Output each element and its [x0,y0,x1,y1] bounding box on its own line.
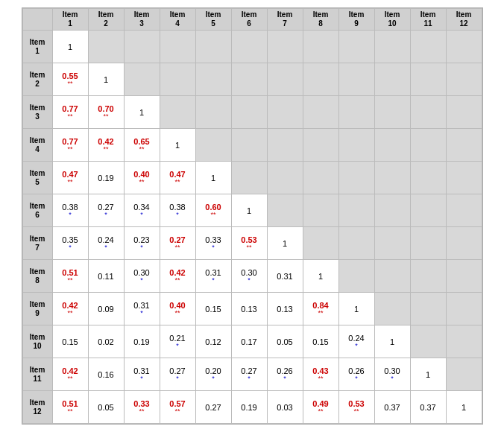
table-row: Item70.35*0.24*0.23*0.27**0.33*0.53**1 [22,227,482,260]
table-row: Item120.51**0.050.33**0.57**0.270.190.03… [22,391,482,424]
cell-r4-c2: 0.42** [88,129,124,162]
cell-r3-c12 [446,96,482,129]
table-row: Item60.38*0.27*0.34*0.38*0.60**1 [22,194,482,227]
cell-r12-c3: 0.33** [124,391,160,424]
col-header-10: Item10 [374,9,410,31]
cell-r5-c5: 1 [195,162,231,194]
row-header-6: Item6 [22,194,52,227]
cell-r4-c11 [410,129,446,162]
cell-r12-c6: 0.19 [231,391,267,424]
cell-r6-c9 [338,194,374,227]
cell-r4-c9 [338,129,374,162]
cell-r11-c5: 0.20* [195,358,231,391]
cell-r10-c6: 0.17 [231,325,267,358]
cell-r5-c3: 0.40** [124,162,160,194]
col-header-8: Item8 [303,9,338,31]
cell-r3-c2: 0.70** [88,96,124,129]
cell-r9-c6: 0.13 [231,293,267,325]
cell-r6-c7 [267,194,303,227]
row-header-11: Item11 [22,358,52,391]
cell-r3-c11 [410,96,446,129]
cell-r7-c7: 1 [267,227,303,260]
cell-r2-c3 [124,63,160,96]
cell-r5-c6 [231,162,267,194]
cell-r11-c6: 0.27* [231,358,267,391]
table-row: Item11 [22,31,482,63]
cell-r7-c1: 0.35* [52,227,88,260]
cell-r7-c4: 0.27** [160,227,195,260]
cell-r3-c5 [195,96,231,129]
cell-r8-c12 [446,260,482,293]
col-header-11: Item11 [410,9,446,31]
row-header-2: Item2 [22,63,52,96]
cell-r10-c2: 0.02 [88,325,124,358]
cell-r7-c12 [446,227,482,260]
cell-r2-c5 [195,63,231,96]
cell-r1-c6 [231,31,267,63]
cell-r8-c2: 0.11 [88,260,124,293]
cell-r7-c2: 0.24* [88,227,124,260]
cell-r4-c4: 1 [160,129,195,162]
cell-r10-c8: 0.15 [303,325,338,358]
cell-r2-c2: 1 [88,63,124,96]
cell-r1-c10 [374,31,410,63]
cell-r7-c9 [338,227,374,260]
cell-r9-c1: 0.42** [52,293,88,325]
cell-r8-c1: 0.51** [52,260,88,293]
cell-r8-c8: 1 [303,260,338,293]
cell-r3-c8 [303,96,338,129]
cell-r10-c9: 0.24* [338,325,374,358]
cell-r6-c8 [303,194,338,227]
cell-r11-c3: 0.31* [124,358,160,391]
cell-r11-c10: 0.30* [374,358,410,391]
cell-r2-c7 [267,63,303,96]
col-header-4: Item4 [160,9,195,31]
cell-r8-c9 [338,260,374,293]
cell-r1-c9 [338,31,374,63]
table-row: Item20.55**1 [22,63,482,96]
cell-r4-c3: 0.65** [124,129,160,162]
cell-r6-c10 [374,194,410,227]
cell-r12-c2: 0.05 [88,391,124,424]
cell-r7-c8 [303,227,338,260]
cell-r12-c8: 0.49** [303,391,338,424]
cell-r11-c12 [446,358,482,391]
cell-r10-c12 [446,325,482,358]
cell-r10-c4: 0.21* [160,325,195,358]
table-row: Item100.150.020.190.21*0.120.170.050.150… [22,325,482,358]
col-header-1: Item1 [52,9,88,31]
cell-r7-c11 [410,227,446,260]
cell-r3-c10 [374,96,410,129]
col-header-2: Item2 [88,9,124,31]
cell-r4-c12 [446,129,482,162]
cell-r1-c11 [410,31,446,63]
cell-r8-c10 [374,260,410,293]
cell-r2-c12 [446,63,482,96]
cell-r12-c4: 0.57** [160,391,195,424]
cell-r5-c7 [267,162,303,194]
cell-r6-c1: 0.38* [52,194,88,227]
cell-r8-c5: 0.31* [195,260,231,293]
col-header-9: Item9 [338,9,374,31]
col-header-5: Item5 [195,9,231,31]
cell-r10-c11 [410,325,446,358]
cell-r5-c2: 0.19 [88,162,124,194]
cell-r11-c8: 0.43** [303,358,338,391]
cell-r10-c5: 0.12 [195,325,231,358]
cell-r2-c8 [303,63,338,96]
cell-r10-c3: 0.19 [124,325,160,358]
cell-r11-c7: 0.26* [267,358,303,391]
row-header-1: Item1 [22,31,52,63]
cell-r12-c9: 0.53** [338,391,374,424]
cell-r6-c4: 0.38* [160,194,195,227]
cell-r3-c1: 0.77** [52,96,88,129]
row-header-8: Item8 [22,260,52,293]
cell-r8-c11 [410,260,446,293]
col-header-12: Item12 [446,9,482,31]
cell-r2-c4 [160,63,195,96]
cell-r12-c7: 0.03 [267,391,303,424]
cell-r8-c4: 0.42** [160,260,195,293]
cell-r11-c11: 1 [410,358,446,391]
cell-r1-c3 [124,31,160,63]
row-header-12: Item12 [22,391,52,424]
